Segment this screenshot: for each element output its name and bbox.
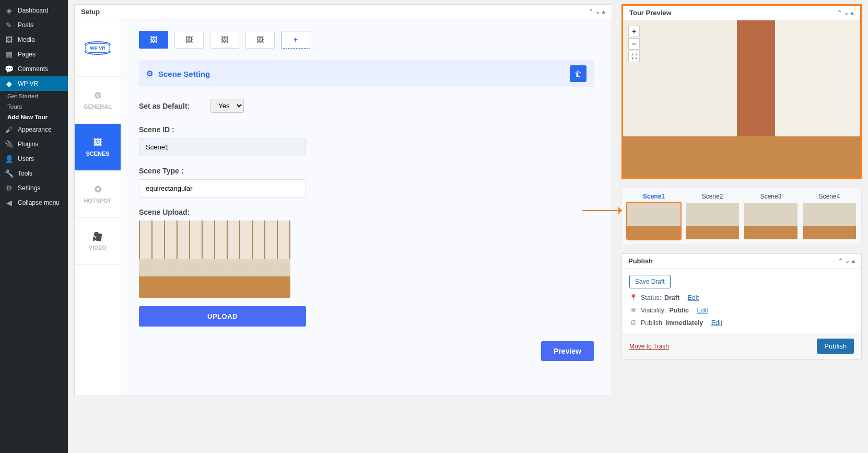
calendar-icon: 🗓 (629, 319, 638, 327)
appearance-icon: 🖌 (4, 125, 14, 134)
sidebar-sub-tours[interactable]: Tours (0, 101, 68, 112)
collapse-down-icon[interactable]: ⌄ (845, 258, 850, 264)
time-value: immediately (665, 319, 703, 327)
edit-time-link[interactable]: Edit (711, 319, 723, 327)
pages-icon: ▤ (4, 50, 14, 59)
collapse-down-icon[interactable]: ⌄ (595, 8, 600, 15)
scene-id-label: Scene ID : (139, 125, 473, 134)
zoom-out-button[interactable]: − (628, 38, 640, 50)
media-icon: 🖾 (4, 36, 14, 44)
setup-title: Setup (81, 8, 100, 16)
scene-setting-header: ⚙ Scene Setting 🗑 (139, 60, 594, 87)
scene-tabs-row: 🖼 🖼 🖼 🖼 + (139, 31, 594, 49)
hotspot-icon: ✪ (95, 184, 101, 194)
scene-type-label: Scene Type : (139, 167, 473, 175)
tab-video[interactable]: 🎥VIDEO (75, 218, 121, 265)
tour-preview-canvas[interactable]: + − ⛶ (623, 20, 860, 177)
fullscreen-button[interactable]: ⛶ (628, 51, 640, 62)
scene-tab-add[interactable]: + (281, 31, 310, 49)
time-label: Publish (641, 319, 662, 327)
sidebar-item-label: Plugins (18, 141, 38, 148)
sidebar-item-label: Comments (18, 65, 48, 73)
collapse-up-icon[interactable]: ⌃ (838, 258, 843, 264)
sidebar-item-pages[interactable]: ▤Pages (0, 47, 68, 62)
sidebar-item-label: Settings (18, 184, 40, 192)
tour-preview-metabox: Tour Preview ⌃ ⌄ ▴ + − ⛶ (621, 4, 862, 179)
sidebar-item-comments[interactable]: 💬Comments (0, 62, 68, 76)
scene-thumb-label: Scene4 (819, 193, 840, 200)
scene-type-input[interactable] (139, 179, 306, 198)
collapse-up-icon[interactable]: ⌃ (589, 8, 593, 15)
scene-thumb-1[interactable]: Scene1 (627, 193, 681, 239)
sidebar-item-dashboard[interactable]: ◈Dashboard (0, 3, 68, 18)
scene-tab-2[interactable]: 🖼 (174, 31, 204, 49)
sidebar-item-label: Appearance (18, 126, 52, 133)
settings-icon: ⚙ (4, 184, 14, 192)
sidebar-item-label: Pages (18, 51, 36, 58)
sidebar-item-label: Collapse menu (18, 199, 60, 206)
sidebar-item-appearance[interactable]: 🖌Appearance (0, 122, 68, 137)
sidebar-item-label: WP VR (18, 80, 38, 87)
edit-visibility-link[interactable]: Edit (697, 307, 708, 314)
sidebar-item-media[interactable]: 🖾Media (0, 32, 68, 47)
set-default-select[interactable]: Yes (210, 99, 244, 113)
scene-tab-3[interactable]: 🖼 (210, 31, 239, 49)
scene-upload-label: Scene Upload: (139, 208, 473, 216)
scene-thumb-label: Scene3 (760, 193, 782, 200)
delete-scene-button[interactable]: 🗑 (570, 65, 587, 82)
sidebar-item-label: Users (18, 155, 34, 162)
toggle-icon[interactable]: ▴ (851, 9, 854, 16)
wpvr-icon: ◆ (4, 79, 14, 88)
wpvr-logo: WP VR (75, 19, 121, 77)
set-default-label: Set as Default: (139, 102, 190, 110)
visibility-value: Public (669, 307, 689, 314)
image-icon: 🖼 (93, 138, 102, 147)
sidebar-item-label: Media (18, 36, 35, 43)
sidebar-item-tools[interactable]: 🔧Tools (0, 166, 68, 181)
publish-button[interactable]: Publish (817, 339, 854, 354)
collapse-down-icon[interactable]: ⌄ (844, 9, 849, 16)
edit-status-link[interactable]: Edit (688, 294, 699, 301)
tab-hotspot[interactable]: ✪HOTSPOT (75, 171, 121, 218)
scene-tab-1[interactable]: 🖼 (139, 31, 168, 49)
status-label: Status: (641, 294, 661, 301)
pin-icon: 📍 (629, 294, 638, 301)
sidebar-sub-get-started[interactable]: Get Started (0, 91, 68, 101)
scene-tab-4[interactable]: 🖼 (245, 31, 275, 49)
users-icon: 👤 (4, 155, 14, 163)
tab-label: GENERAL (84, 103, 112, 110)
upload-button[interactable]: UPLOAD (139, 306, 306, 327)
sidebar-item-plugins[interactable]: 🔌Plugins (0, 137, 68, 152)
scene-thumb-3[interactable]: Scene3 (744, 193, 797, 239)
save-draft-button[interactable]: Save Draft (629, 275, 671, 288)
scene-id-input[interactable] (139, 138, 306, 156)
preview-button[interactable]: Preview (541, 341, 594, 361)
plugins-icon: 🔌 (4, 140, 14, 148)
sidebar-item-users[interactable]: 👤Users (0, 152, 68, 166)
zoom-in-button[interactable]: + (628, 26, 640, 37)
sidebar-sub-add-new-tour[interactable]: Add New Tour (0, 112, 68, 122)
tab-scenes[interactable]: 🖼SCENES (75, 124, 121, 171)
sidebar-item-collapse[interactable]: ◀Collapse menu (0, 195, 68, 210)
scene-setting-title: Scene Setting (158, 69, 210, 78)
sidebar-item-wpvr[interactable]: ◆WP VR (0, 76, 68, 91)
sidebar-item-settings[interactable]: ⚙Settings (0, 181, 68, 195)
scene-thumb-2[interactable]: Scene2 (686, 193, 739, 239)
posts-icon: ✎ (4, 21, 14, 29)
tab-general[interactable]: ⚙GENERAL (75, 77, 121, 124)
dashboard-icon: ◈ (4, 6, 14, 15)
toggle-icon[interactable]: ▴ (852, 258, 855, 264)
wp-admin-sidebar: ◈Dashboard ✎Posts 🖾Media ▤Pages 💬Comment… (0, 0, 68, 453)
sidebar-item-posts[interactable]: ✎Posts (0, 18, 68, 32)
scene-thumb-4[interactable]: Scene4 (803, 193, 856, 239)
scene-thumb-label: Scene2 (702, 193, 723, 200)
collapse-up-icon[interactable]: ⌃ (837, 9, 842, 16)
move-to-trash-link[interactable]: Move to Trash (629, 343, 669, 350)
setup-metabox: Setup ⌃ ⌄ ▴ WP VR ⚙GENERAL 🖼SCENES ✪HOTS… (74, 4, 612, 396)
tab-label: VIDEO (89, 245, 107, 251)
publish-metabox: Publish ⌃ ⌄ ▴ Save Draft 📍Status: Draft … (621, 253, 862, 359)
toggle-icon[interactable]: ▴ (602, 8, 605, 15)
sidebar-item-label: Tools (18, 170, 32, 177)
tab-label: HOTSPOT (84, 198, 111, 204)
gear-icon: ⚙ (146, 69, 153, 78)
